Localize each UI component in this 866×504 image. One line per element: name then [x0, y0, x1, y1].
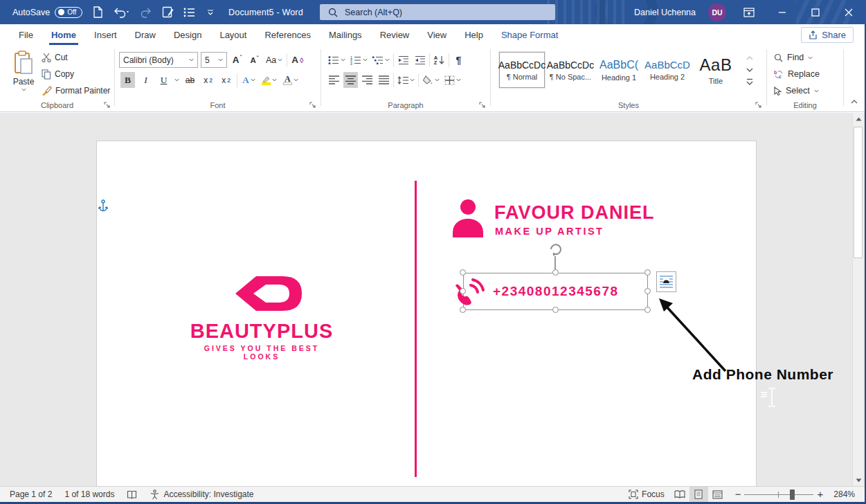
find-button[interactable]: Find: [774, 51, 813, 64]
clipboard-dialog-launcher-icon[interactable]: [104, 102, 111, 109]
zoom-slider[interactable]: [744, 487, 813, 503]
selection-handle[interactable]: [460, 288, 466, 294]
brand-tagline[interactable]: GIVES YOU THE BEST LOOKS: [186, 344, 338, 361]
document-canvas[interactable]: BEAUTYPLUS GIVES YOU THE BEST LOOKS FAVO…: [0, 113, 865, 486]
page-indicator[interactable]: Page 1 of 2: [0, 487, 58, 503]
user-name[interactable]: Daniel Uchenna: [634, 8, 696, 17]
tab-draw[interactable]: Draw: [126, 24, 165, 45]
selection-handle[interactable]: [644, 288, 651, 294]
superscript-button[interactable]: x2: [219, 72, 233, 88]
strikethrough-button[interactable]: ab: [183, 72, 197, 88]
selection-handle[interactable]: [460, 269, 466, 276]
tab-insert[interactable]: Insert: [85, 24, 126, 45]
change-case-button[interactable]: Aa: [264, 52, 284, 68]
scrollbar-thumb[interactable]: [854, 127, 863, 258]
font-name-select[interactable]: Calibri (Body): [119, 52, 198, 68]
tab-shape-format[interactable]: Shape Format: [492, 24, 567, 45]
rotate-handle[interactable]: [548, 242, 563, 257]
style-heading-1[interactable]: AaBbC( Heading 1: [596, 52, 642, 88]
copy-button[interactable]: Copy: [42, 68, 110, 80]
focus-mode-button[interactable]: Focus: [622, 487, 671, 503]
paragraph-dialog-launcher-icon[interactable]: [479, 102, 486, 109]
redo-button[interactable]: [140, 6, 152, 19]
multilevel-list-button[interactable]: [371, 52, 391, 68]
style-no-spacing[interactable]: AaBbCcDc ¶ No Spac...: [548, 52, 593, 88]
zoom-out-button[interactable]: −: [727, 487, 744, 503]
collapse-ribbon-icon[interactable]: [850, 99, 858, 105]
bullet-list-icon[interactable]: [183, 6, 195, 19]
line-spacing-button[interactable]: [396, 72, 416, 88]
italic-button[interactable]: I: [138, 72, 153, 88]
card-divider-line[interactable]: [415, 181, 417, 477]
tab-help[interactable]: Help: [455, 24, 492, 45]
minimize-button[interactable]: [772, 0, 793, 24]
read-mode-button[interactable]: [671, 487, 689, 503]
ribbon-display-options-button[interactable]: [739, 0, 759, 24]
align-center-button[interactable]: [343, 72, 358, 88]
align-left-button[interactable]: [327, 72, 341, 88]
style-title[interactable]: AaB Title: [693, 52, 739, 88]
brand-logo[interactable]: [234, 273, 303, 314]
clear-formatting-button[interactable]: A◊: [290, 52, 305, 68]
scroll-down-button[interactable]: [853, 474, 864, 486]
styles-scroll-up-icon[interactable]: [744, 53, 755, 64]
tab-design[interactable]: Design: [165, 24, 210, 45]
accessibility-status-button[interactable]: Accessibility: Investigate: [143, 487, 260, 503]
show-hide-pilcrow-button[interactable]: ¶: [451, 52, 466, 68]
maximize-button[interactable]: [805, 0, 826, 24]
web-layout-button[interactable]: [708, 487, 727, 503]
highlight-color-button[interactable]: [260, 72, 278, 88]
font-size-select[interactable]: 5: [201, 52, 227, 68]
share-button[interactable]: Share: [801, 27, 854, 43]
style-heading-2[interactable]: AaBbCcD Heading 2: [644, 52, 690, 88]
font-color-button[interactable]: A: [282, 72, 300, 88]
avatar[interactable]: DU: [708, 3, 726, 21]
styles-scroll-down-icon[interactable]: [744, 65, 755, 75]
tab-mailings[interactable]: Mailings: [320, 24, 371, 45]
sort-button[interactable]: AZ: [432, 52, 446, 68]
font-dialog-launcher-icon[interactable]: [309, 102, 316, 109]
proofing-status-button[interactable]: [120, 487, 143, 503]
vertical-scrollbar[interactable]: [852, 113, 863, 486]
undo-button[interactable]: [113, 6, 131, 19]
anchor-icon[interactable]: [98, 199, 108, 213]
tab-review[interactable]: Review: [371, 24, 419, 45]
styles-dialog-launcher-icon[interactable]: [755, 102, 762, 109]
subscript-button[interactable]: x2: [201, 72, 215, 88]
styles-gallery-more-icon[interactable]: [744, 77, 755, 87]
decrease-indent-button[interactable]: [396, 52, 411, 68]
brand-name[interactable]: BEAUTYPLUS: [186, 320, 338, 343]
style-normal[interactable]: AaBbCcDc ¶ Normal: [499, 52, 545, 88]
paste-button[interactable]: Paste: [8, 51, 39, 103]
borders-button[interactable]: [443, 72, 462, 88]
align-right-button[interactable]: [360, 72, 375, 88]
zoom-slider-thumb[interactable]: [790, 489, 795, 500]
bold-button[interactable]: B: [120, 72, 135, 88]
autosave-toggle[interactable]: AutoSave Off: [12, 7, 82, 18]
zoom-level[interactable]: 284%: [827, 487, 866, 503]
quick-access-overflow-icon[interactable]: [204, 6, 217, 19]
shading-button[interactable]: [421, 72, 441, 88]
increase-indent-button[interactable]: [413, 52, 427, 68]
selection-handle[interactable]: [552, 269, 559, 276]
word-count[interactable]: 1 of 18 words: [58, 487, 120, 503]
select-button[interactable]: Select: [774, 84, 819, 98]
selection-handle[interactable]: [644, 307, 651, 313]
numbering-button[interactable]: 123: [349, 52, 369, 68]
bullets-button[interactable]: [327, 52, 347, 68]
tab-view[interactable]: View: [418, 24, 455, 45]
new-document-icon[interactable]: [91, 6, 104, 19]
selection-handle[interactable]: [552, 307, 559, 313]
phone-number-text[interactable]: +23408012345678: [493, 284, 619, 299]
grow-font-button[interactable]: Aˆ: [230, 52, 244, 68]
underline-button[interactable]: U: [156, 72, 171, 88]
autosave-switch[interactable]: Off: [55, 7, 82, 18]
editor-icon[interactable]: [161, 6, 174, 19]
cut-button[interactable]: Cut: [42, 51, 110, 64]
tab-home[interactable]: Home: [42, 24, 85, 45]
print-layout-button[interactable]: [689, 487, 708, 503]
tab-references[interactable]: References: [255, 24, 319, 45]
person-title[interactable]: MAKE UP ARTIST: [495, 226, 604, 237]
selection-handle[interactable]: [460, 307, 466, 313]
person-name[interactable]: FAVOUR DANIEL: [494, 202, 655, 224]
